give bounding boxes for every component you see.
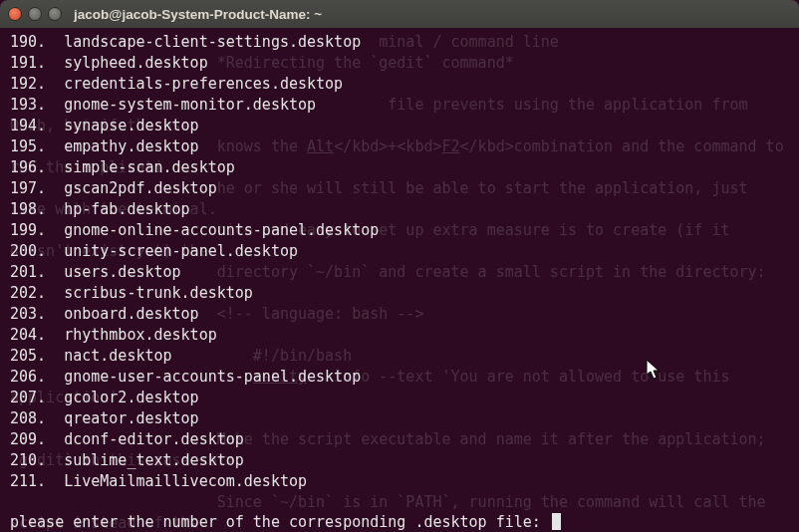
line-number: 198. [10, 199, 46, 220]
desktop-file-name: nact.desktop [64, 347, 171, 365]
list-item: 191. sylpheed.desktop [10, 53, 789, 74]
minimize-icon[interactable] [28, 7, 42, 21]
line-number: 194. [10, 116, 46, 136]
desktop-file-name: simple-scan.desktop [64, 158, 235, 176]
desktop-file-name: LiveMailmaillivecom.desktop [64, 472, 307, 490]
line-number: 200. [10, 241, 46, 262]
prompt-text: please enter the number of the correspon… [10, 513, 550, 531]
desktop-file-name: sublime_text.desktop [64, 451, 244, 469]
line-number: 195. [10, 136, 46, 157]
maximize-icon[interactable] [48, 7, 62, 21]
line-number: 202. [10, 283, 46, 304]
desktop-file-name: gnome-system-monitor.desktop [64, 96, 316, 114]
line-number: 207. [10, 388, 46, 408]
terminal-viewport[interactable]: minal / command line *Redirecting the `g… [0, 28, 799, 532]
list-item: 199. gnome-online-accounts-panel.desktop [10, 220, 789, 241]
line-number: 197. [10, 178, 46, 199]
desktop-file-name: users.desktop [64, 263, 180, 281]
desktop-file-name: synapse.desktop [64, 117, 198, 134]
desktop-file-name: gscan2pdf.desktop [64, 179, 217, 197]
list-item: 200. unity-screen-panel.desktop [10, 241, 789, 262]
list-item: 207. gcolor2.desktop [10, 388, 789, 408]
list-item: 208. qreator.desktop [10, 408, 789, 429]
desktop-file-name: gnome-online-accounts-panel.desktop [64, 221, 379, 239]
list-item: 203. onboard.desktop [10, 304, 789, 325]
line-number: 210. [10, 450, 46, 471]
list-item: 198. hp-fab.desktop [10, 199, 789, 220]
list-item: 196. simple-scan.desktop [10, 157, 789, 178]
desktop-file-name: dconf-editor.desktop [64, 430, 244, 448]
line-number: 196. [10, 157, 46, 178]
list-item: 205. nact.desktop [10, 346, 789, 367]
line-number: 204. [10, 325, 46, 346]
list-item: 197. gscan2pdf.desktop [10, 178, 789, 199]
list-item: 201. users.desktop [10, 262, 789, 283]
list-item: 195. empathy.desktop [10, 136, 789, 157]
terminal-output: 190. landscape-client-settings.desktop19… [10, 32, 789, 532]
line-number: 205. [10, 346, 46, 367]
desktop-file-name: unity-screen-panel.desktop [64, 242, 298, 260]
prompt-line: please enter the number of the correspon… [10, 512, 789, 532]
desktop-file-name: landscape-client-settings.desktop [64, 33, 361, 51]
list-item: 211. LiveMailmaillivecom.desktop [10, 471, 789, 492]
line-number: 193. [10, 95, 46, 116]
desktop-file-name: gnome-user-accounts-panel.desktop [64, 368, 361, 386]
window-buttons [8, 7, 62, 21]
window-titlebar: jacob@jacob-System-Product-Name: ~ [0, 0, 799, 28]
list-item: 202. scribus-trunk.desktop [10, 283, 789, 304]
list-item: 204. rhythmbox.desktop [10, 325, 789, 346]
list-item: 206. gnome-user-accounts-panel.desktop [10, 367, 789, 388]
desktop-file-name: gcolor2.desktop [64, 389, 198, 406]
line-number: 199. [10, 220, 46, 241]
desktop-file-name: scribus-trunk.desktop [64, 284, 253, 302]
list-item: 192. credentials-preferences.desktop [10, 74, 789, 95]
line-number: 203. [10, 304, 46, 325]
list-item: 210. sublime_text.desktop [10, 450, 789, 471]
desktop-file-name: rhythmbox.desktop [64, 326, 217, 344]
list-item: 209. dconf-editor.desktop [10, 429, 789, 450]
desktop-file-name: credentials-preferences.desktop [64, 75, 343, 93]
list-item: 193. gnome-system-monitor.desktop [10, 95, 789, 116]
list-item: 190. landscape-client-settings.desktop [10, 32, 789, 53]
line-number: 190. [10, 32, 46, 53]
list-item: 194. synapse.desktop [10, 116, 789, 136]
desktop-file-name: hp-fab.desktop [64, 200, 189, 218]
close-icon[interactable] [8, 7, 22, 21]
text-cursor [552, 513, 561, 530]
line-number: 191. [10, 53, 46, 74]
line-number: 206. [10, 367, 46, 388]
desktop-file-name: empathy.desktop [64, 137, 198, 155]
line-number: 208. [10, 408, 46, 429]
desktop-file-name: qreator.desktop [64, 409, 198, 427]
line-number: 211. [10, 471, 46, 492]
line-number: 209. [10, 429, 46, 450]
desktop-file-name: sylpheed.desktop [64, 54, 208, 72]
desktop-file-name: onboard.desktop [64, 305, 198, 323]
line-number: 201. [10, 262, 46, 283]
window-title: jacob@jacob-System-Product-Name: ~ [74, 7, 322, 22]
line-number: 192. [10, 74, 46, 95]
